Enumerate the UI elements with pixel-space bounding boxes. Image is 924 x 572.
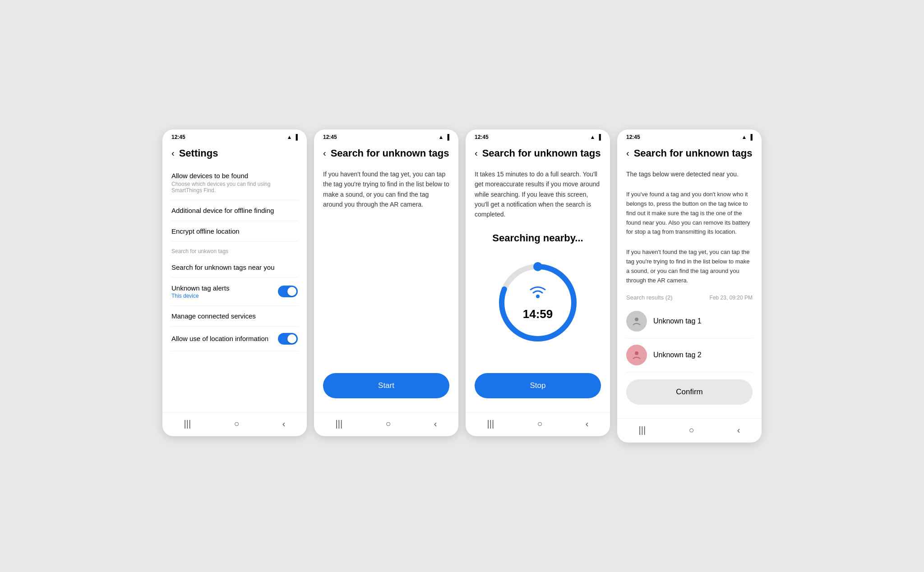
unknown-tag-alerts-row[interactable]: Unknown tag alerts This device bbox=[171, 278, 298, 306]
location-toggle[interactable] bbox=[278, 333, 298, 345]
results-count-label: Search results (2) bbox=[626, 294, 673, 301]
signal-wave-icon bbox=[529, 284, 547, 304]
additional-device-item[interactable]: Additional device for offline finding bbox=[171, 200, 298, 221]
nav-bar-4: ||| ○ ‹ bbox=[617, 418, 762, 443]
search-results-content: ‹ Search for unknown tags The tags below… bbox=[617, 143, 762, 419]
signal-icon-1: ▲ bbox=[287, 134, 292, 140]
allow-devices-title: Allow devices to be found bbox=[171, 172, 298, 180]
section-label: Search for unkwon tags bbox=[171, 242, 298, 257]
status-icons-2: ▲ ▐ bbox=[439, 134, 449, 140]
nav-bar-1: ||| ○ ‹ bbox=[162, 412, 307, 436]
status-bar-1: 12:45 ▲ ▐ bbox=[162, 129, 307, 143]
search-results-screen: 12:45 ▲ ▐ ‹ Search for unknown tags The … bbox=[617, 129, 762, 443]
settings-content: ‹ Settings Allow devices to be found Cho… bbox=[162, 143, 307, 412]
progress-container: 14:59 bbox=[475, 258, 601, 348]
location-info-row[interactable]: Allow use of location information bbox=[171, 327, 298, 351]
tag-name-2: Unknown tag 2 bbox=[653, 351, 702, 359]
status-bar-4: 12:45 ▲ ▐ bbox=[617, 129, 762, 143]
nav-back-4[interactable]: ‹ bbox=[737, 425, 740, 435]
manage-connected-title: Manage connected services bbox=[171, 312, 298, 320]
time-3: 12:45 bbox=[475, 134, 489, 140]
svg-point-3 bbox=[536, 295, 540, 298]
nav-menu-3[interactable]: ||| bbox=[487, 419, 494, 429]
search-results-title: Search for unknown tags bbox=[634, 148, 753, 159]
back-arrow-4[interactable]: ‹ bbox=[626, 148, 629, 158]
timer-display: 14:59 bbox=[523, 307, 553, 321]
results-header: Search results (2) Feb 23, 09:20 PM bbox=[626, 289, 753, 304]
battery-icon-3: ▐ bbox=[597, 134, 601, 140]
search-start-content: ‹ Search for unknown tags If you haven't… bbox=[314, 143, 458, 412]
confirm-button[interactable]: Confirm bbox=[626, 379, 753, 405]
tag-item-2[interactable]: Unknown tag 2 bbox=[626, 338, 753, 372]
status-bar-3: 12:45 ▲ ▐ bbox=[466, 129, 610, 143]
search-active-back-header: ‹ Search for unknown tags bbox=[475, 143, 601, 166]
signal-icon-3: ▲ bbox=[590, 134, 596, 140]
start-button[interactable]: Start bbox=[323, 373, 449, 398]
nav-menu-1[interactable]: ||| bbox=[184, 419, 191, 429]
tag-item-1[interactable]: Unknown tag 1 bbox=[626, 304, 753, 338]
stop-button[interactable]: Stop bbox=[475, 373, 601, 398]
status-icons-4: ▲ ▐ bbox=[742, 134, 753, 140]
svg-point-4 bbox=[635, 318, 638, 321]
nav-menu-4[interactable]: ||| bbox=[639, 425, 646, 435]
search-start-back-header: ‹ Search for unknown tags bbox=[323, 143, 449, 166]
search-start-title: Search for unknown tags bbox=[331, 148, 449, 159]
search-active-title: Search for unknown tags bbox=[482, 148, 601, 159]
settings-screen: 12:45 ▲ ▐ ‹ Settings Allow devices to be… bbox=[162, 129, 307, 436]
nav-back-1[interactable]: ‹ bbox=[282, 419, 286, 429]
battery-icon-4: ▐ bbox=[748, 134, 753, 140]
time-2: 12:45 bbox=[323, 134, 337, 140]
location-info-title: Allow use of location information bbox=[171, 335, 268, 342]
settings-title: Settings bbox=[179, 148, 218, 159]
battery-icon-1: ▐ bbox=[294, 134, 298, 140]
back-arrow-1[interactable]: ‹ bbox=[171, 148, 175, 158]
nav-bar-2: ||| ○ ‹ bbox=[314, 412, 458, 436]
results-date: Feb 23, 09:20 PM bbox=[710, 295, 753, 301]
intro-text: The tags below were detected near you. bbox=[626, 166, 753, 183]
nav-home-1[interactable]: ○ bbox=[234, 419, 239, 429]
nav-menu-2[interactable]: ||| bbox=[336, 419, 343, 429]
tag-icon-gray bbox=[626, 311, 647, 332]
svg-point-2 bbox=[533, 262, 542, 271]
detail-text-2: If you haven't found the tag yet, you ca… bbox=[626, 244, 753, 289]
unknown-tag-alerts-title: Unknown tag alerts bbox=[171, 284, 229, 292]
tag-name-1: Unknown tag 1 bbox=[653, 317, 702, 325]
encrypt-item[interactable]: Encrypt offline location bbox=[171, 221, 298, 242]
svg-point-5 bbox=[635, 351, 638, 355]
status-bar-2: 12:45 ▲ ▐ bbox=[314, 129, 458, 143]
unknown-tag-alerts-text: Unknown tag alerts This device bbox=[171, 284, 229, 299]
nav-home-2[interactable]: ○ bbox=[385, 419, 391, 429]
detail-text-1: If you've found a tag and you don't know… bbox=[626, 186, 753, 240]
search-start-description: If you haven't found the tag yet, you ca… bbox=[323, 166, 449, 213]
nav-bar-3: ||| ○ ‹ bbox=[466, 412, 610, 436]
allow-devices-item[interactable]: Allow devices to be found Choose which d… bbox=[171, 166, 298, 200]
search-results-back-header: ‹ Search for unknown tags bbox=[626, 143, 753, 166]
tag-icon-pink bbox=[626, 345, 647, 365]
search-unknown-title: Search for unknown tags near you bbox=[171, 263, 298, 271]
back-arrow-2[interactable]: ‹ bbox=[323, 148, 326, 158]
search-start-screen: 12:45 ▲ ▐ ‹ Search for unknown tags If y… bbox=[314, 129, 458, 436]
battery-icon-2: ▐ bbox=[445, 134, 449, 140]
search-unknown-item[interactable]: Search for unknown tags near you bbox=[171, 257, 298, 278]
unknown-tag-alerts-subtitle: This device bbox=[171, 293, 229, 299]
nav-back-3[interactable]: ‹ bbox=[586, 419, 589, 429]
manage-connected-item[interactable]: Manage connected services bbox=[171, 306, 298, 327]
back-arrow-3[interactable]: ‹ bbox=[475, 148, 478, 158]
searching-label: Searching nearby... bbox=[475, 232, 601, 244]
status-icons-1: ▲ ▐ bbox=[287, 134, 298, 140]
nav-home-3[interactable]: ○ bbox=[537, 419, 542, 429]
screens-container: 12:45 ▲ ▐ ‹ Settings Allow devices to be… bbox=[162, 129, 762, 443]
additional-device-title: Additional device for offline finding bbox=[171, 207, 298, 214]
nav-back-2[interactable]: ‹ bbox=[434, 419, 437, 429]
allow-devices-subtitle: Choose which devices you can find using … bbox=[171, 181, 298, 194]
status-icons-3: ▲ ▐ bbox=[590, 134, 601, 140]
nav-home-4[interactable]: ○ bbox=[688, 425, 694, 435]
search-active-content: ‹ Search for unknown tags It takes 15 mi… bbox=[466, 143, 610, 412]
signal-icon-2: ▲ bbox=[439, 134, 444, 140]
signal-icon-4: ▲ bbox=[742, 134, 747, 140]
time-4: 12:45 bbox=[626, 134, 640, 140]
settings-back-header: ‹ Settings bbox=[171, 143, 298, 166]
encrypt-title: Encrypt offline location bbox=[171, 227, 298, 235]
time-1: 12:45 bbox=[171, 134, 185, 140]
unknown-tag-toggle[interactable] bbox=[278, 286, 298, 297]
